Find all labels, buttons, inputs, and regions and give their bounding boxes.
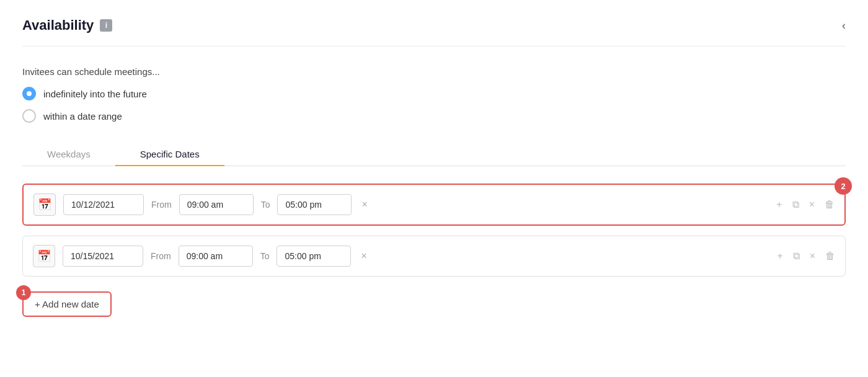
date-row-2: 📅 From To × + ⧉ × 🗑 [22, 236, 846, 277]
radio-date-range[interactable] [22, 109, 36, 123]
date-row-1: 2 📅 From To × + ⧉ × 🗑 [22, 184, 846, 226]
date-input-row1[interactable] [63, 194, 144, 215]
row1-actions: + ⧉ × 🗑 [776, 199, 835, 210]
from-label-row2: From [151, 251, 171, 261]
clear-time-row2[interactable]: × [361, 251, 366, 262]
date-rows-container: 2 📅 From To × + ⧉ × 🗑 📅 From [22, 184, 846, 277]
option-indefinitely[interactable]: indefinitely into the future [22, 87, 846, 100]
row2-actions: + ⧉ × 🗑 [777, 251, 835, 262]
to-time-row2[interactable] [277, 246, 351, 267]
add-button-badge: 1 [16, 285, 31, 300]
from-time-row2[interactable] [179, 246, 253, 267]
row1-badge: 2 [835, 177, 852, 195]
tab-specific-dates[interactable]: Specific Dates [115, 143, 224, 166]
to-label-row2: To [260, 251, 270, 261]
info-icon[interactable]: i [100, 19, 112, 32]
close-row1[interactable]: × [809, 199, 815, 210]
add-button-label: + Add new date [35, 299, 99, 309]
availability-page: Availability i ‹ Invitees can schedule m… [0, 0, 868, 377]
to-time-row1[interactable] [277, 194, 352, 215]
schedule-options: indefinitely into the future within a da… [22, 87, 846, 123]
close-row2[interactable]: × [810, 251, 815, 262]
from-label-row1: From [151, 200, 172, 210]
copy-row1[interactable]: ⧉ [792, 199, 799, 210]
option-indefinitely-label: indefinitely into the future [43, 89, 147, 99]
back-button[interactable]: ‹ [842, 19, 846, 32]
add-time-row2[interactable]: + [777, 251, 782, 262]
calendar-icon-row1[interactable]: 📅 [33, 193, 56, 216]
schedule-prompt: Invitees can schedule meetings... [22, 66, 846, 77]
add-time-row1[interactable]: + [776, 199, 782, 210]
date-input-row2[interactable] [63, 246, 143, 267]
clear-time-row1[interactable]: × [361, 199, 367, 210]
header-left: Availability i [22, 17, 112, 33]
page-title: Availability [22, 17, 94, 33]
calendar-icon-row2[interactable]: 📅 [33, 245, 55, 267]
trash-row2[interactable]: 🗑 [825, 251, 835, 262]
tab-weekdays[interactable]: Weekdays [22, 143, 115, 166]
page-header: Availability i ‹ [22, 17, 846, 47]
option-date-range[interactable]: within a date range [22, 109, 846, 123]
tabs-bar: Weekdays Specific Dates [22, 143, 846, 166]
radio-indefinitely[interactable] [22, 87, 36, 100]
option-date-range-label: within a date range [43, 111, 122, 122]
add-new-date-button[interactable]: 1 + Add new date [22, 291, 112, 317]
to-label-row1: To [261, 200, 270, 210]
trash-row1[interactable]: 🗑 [825, 199, 835, 210]
from-time-row1[interactable] [179, 194, 254, 215]
copy-row2[interactable]: ⧉ [793, 251, 800, 262]
